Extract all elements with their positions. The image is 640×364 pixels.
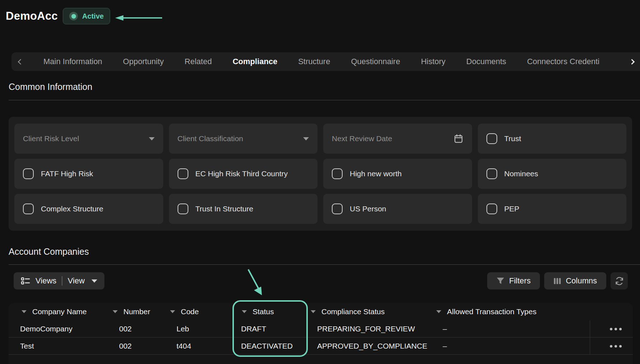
us-person-checkbox-field[interactable]: US Person xyxy=(323,194,472,224)
checkbox-label: PEP xyxy=(504,205,519,213)
common-information-panel: Client Risk Level Client Classification … xyxy=(9,117,632,231)
tab-main-information[interactable]: Main Information xyxy=(43,57,102,66)
tab-structure[interactable]: Structure xyxy=(298,57,330,66)
select-placeholder: Client Risk Level xyxy=(23,134,142,143)
selected-view-label: View xyxy=(68,276,85,286)
column-header-code[interactable]: Code xyxy=(168,307,232,316)
cell-company-name: Test xyxy=(9,342,110,350)
table-header-row: Company Name Number Code Status Complian… xyxy=(9,303,633,320)
column-header-allowed-transaction-types[interactable]: Allowed Transaction Types xyxy=(434,307,590,316)
column-header-status[interactable]: Status xyxy=(232,307,309,316)
complex-structure-checkbox-field[interactable]: Complex Structure xyxy=(14,194,163,224)
sort-caret-icon xyxy=(436,310,441,313)
column-header-compliance-status[interactable]: Compliance Status xyxy=(309,307,434,316)
sort-caret-icon xyxy=(242,310,247,313)
checkbox-label: FATF High Risk xyxy=(41,169,93,178)
refresh-button[interactable] xyxy=(611,272,628,289)
chevron-down-icon xyxy=(149,137,155,140)
trust-checkbox-field[interactable]: Trust xyxy=(478,124,627,154)
checkbox-label: US Person xyxy=(350,205,386,213)
table-toolbar-right: Filters Columns xyxy=(487,272,628,289)
filters-button[interactable]: Filters xyxy=(487,272,540,289)
checkbox-label: EC High Risk Third Country xyxy=(196,169,288,178)
views-button[interactable]: Views View xyxy=(14,272,104,289)
page-header: DemoAcc Active xyxy=(6,8,110,24)
cell-status: DEACTIVATED xyxy=(232,342,309,350)
columns-icon xyxy=(554,277,561,285)
cell-status: DRAFT xyxy=(232,325,309,333)
next-review-date-field[interactable]: Next Review Date xyxy=(323,124,472,154)
trust-in-structure-checkbox-field[interactable]: Trust In Structure xyxy=(169,194,318,224)
filter-funnel-icon xyxy=(497,277,504,284)
checkbox[interactable] xyxy=(178,203,188,214)
cell-company-name: DemoCompany xyxy=(9,325,110,333)
checkbox-label: Complex Structure xyxy=(41,205,103,213)
high-new-worth-checkbox-field[interactable]: High new worth xyxy=(323,159,472,189)
column-header-company-name[interactable]: Company Name xyxy=(9,307,110,316)
checkbox[interactable] xyxy=(332,168,343,179)
table-row[interactable]: DemoCompany 002 Leb DRAFT PREPARING_FOR_… xyxy=(9,320,633,337)
calendar-icon xyxy=(453,134,463,144)
cell-allowed-transaction-types: – xyxy=(434,325,590,333)
chevron-left-icon[interactable] xyxy=(18,59,24,64)
tab-related[interactable]: Related xyxy=(185,57,212,66)
select-placeholder: Client Classification xyxy=(178,134,296,143)
column-header-number[interactable]: Number xyxy=(110,307,168,316)
checkbox[interactable] xyxy=(486,168,497,179)
cell-compliance-status: APPROVED_BY_COMPLIANCE xyxy=(309,342,434,350)
cell-allowed-transaction-types: – xyxy=(434,342,590,350)
page-title: DemoAcc xyxy=(6,10,58,23)
divider xyxy=(62,276,62,286)
checkbox[interactable] xyxy=(178,168,188,179)
tab-opportunity[interactable]: Opportunity xyxy=(123,57,164,66)
nominees-checkbox-field[interactable]: Nominees xyxy=(478,159,627,189)
chevron-down-icon xyxy=(303,137,309,140)
chevron-right-icon xyxy=(629,59,635,64)
annotation-arrow-down-icon xyxy=(240,265,269,298)
tab-bar: Main Information Opportunity Related Com… xyxy=(11,52,640,71)
tab-documents[interactable]: Documents xyxy=(466,57,506,66)
cell-code: t404 xyxy=(168,342,232,350)
tab-connectors-credentials[interactable]: Connectors Credenti xyxy=(527,57,599,66)
checkbox[interactable] xyxy=(23,203,34,214)
compliance-page: DemoAcc Active Main Information Opportun… xyxy=(0,0,640,364)
account-companies-table: Company Name Number Code Status Complian… xyxy=(9,303,633,364)
checkbox-label: Trust xyxy=(504,134,521,143)
row-actions-button[interactable] xyxy=(590,337,633,355)
tab-scroll-right[interactable] xyxy=(623,52,640,71)
fatf-high-risk-checkbox-field[interactable]: FATF High Risk xyxy=(14,159,163,189)
cell-number: 002 xyxy=(110,325,168,333)
client-classification-select[interactable]: Client Classification xyxy=(169,124,318,154)
sort-caret-icon xyxy=(311,310,316,313)
columns-button[interactable]: Columns xyxy=(544,272,606,289)
filters-label: Filters xyxy=(509,276,531,286)
sort-caret-icon xyxy=(170,310,175,313)
checkbox[interactable] xyxy=(332,203,343,214)
section-title-common-information: Common Information xyxy=(9,82,92,92)
pep-checkbox-field[interactable]: PEP xyxy=(478,194,627,224)
tab-questionnaire[interactable]: Questionnaire xyxy=(351,57,400,66)
sort-caret-icon xyxy=(22,310,27,313)
chevron-down-icon xyxy=(91,279,97,283)
tab-compliance[interactable]: Compliance xyxy=(232,57,277,66)
columns-label: Columns xyxy=(566,276,597,286)
section-divider xyxy=(9,100,640,100)
cell-code: Leb xyxy=(168,325,232,333)
status-badge: Active xyxy=(63,8,110,24)
checkbox[interactable] xyxy=(486,133,497,144)
checkbox-label: Nominees xyxy=(504,169,538,178)
row-actions-button[interactable] xyxy=(590,320,633,337)
sort-caret-icon xyxy=(113,310,118,313)
checkbox-label: Trust In Structure xyxy=(196,205,253,213)
refresh-icon xyxy=(615,276,624,286)
tab-history[interactable]: History xyxy=(421,57,445,66)
checkbox[interactable] xyxy=(23,168,34,179)
table-row[interactable]: Test 002 t404 DEACTIVATED APPROVED_BY_CO… xyxy=(9,337,633,355)
active-status-dot-icon xyxy=(69,12,78,20)
ec-high-risk-third-country-checkbox-field[interactable]: EC High Risk Third Country xyxy=(169,159,318,189)
client-risk-level-select[interactable]: Client Risk Level xyxy=(14,124,163,154)
checkbox[interactable] xyxy=(486,203,497,214)
annotation-arrow-left-icon xyxy=(114,14,164,21)
list-view-icon xyxy=(21,277,30,285)
views-label: Views xyxy=(36,276,56,286)
